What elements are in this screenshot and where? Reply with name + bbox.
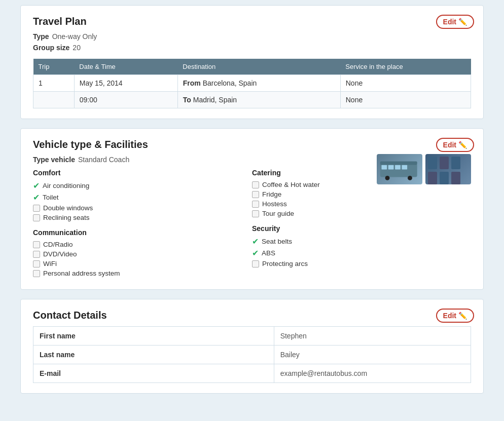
comfort-title: Comfort	[33, 169, 252, 177]
facility-label: Air conditioning	[43, 182, 89, 189]
field-value-firstname: Stephen	[274, 327, 471, 346]
type-value: One-way Only	[52, 32, 97, 41]
facility-label: Personal address system	[43, 270, 120, 277]
field-label-email: E-mail	[33, 364, 274, 383]
facility-label: CD/Radio	[43, 241, 73, 248]
facility-label: Reclining seats	[43, 214, 90, 221]
facility-air-conditioning: ✔ Air conditioning	[33, 181, 252, 190]
contact-edit-button[interactable]: Edit ✏️	[436, 309, 474, 323]
uncheck-icon	[33, 241, 40, 248]
facility-fridge: Fridge	[252, 190, 471, 198]
trip-number: 1	[33, 75, 75, 92]
vehicle-edit-label: Edit	[443, 141, 456, 149]
facility-label: Tour guide	[262, 210, 294, 217]
uncheck-icon	[252, 201, 259, 208]
col-trip: Trip	[33, 59, 75, 75]
pencil-icon-vehicle: ✏️	[458, 141, 467, 149]
svg-rect-4	[402, 165, 407, 170]
uncheck-icon	[252, 191, 259, 198]
facility-hostess: Hostess	[252, 200, 471, 208]
uncheck-icon	[252, 181, 259, 188]
uncheck-icon	[33, 205, 40, 212]
uncheck-icon	[252, 210, 259, 217]
seats-svg	[425, 154, 471, 184]
travel-plan-title: Travel Plan	[33, 16, 471, 27]
facility-toilet: ✔ Toilet	[33, 193, 252, 202]
trip-date: May 15, 2014	[74, 75, 177, 92]
trip-table-header-row: Trip Date & Time Destination Service in …	[33, 59, 471, 75]
travel-plan-edit-label: Edit	[443, 18, 456, 26]
trip-service-from: None	[340, 75, 471, 92]
facilities-grid: Comfort ✔ Air conditioning ✔ Toilet Doub…	[33, 169, 471, 279]
type-vehicle-label: Type vehicle	[33, 156, 75, 164]
uncheck-icon	[33, 214, 40, 221]
communication-title: Communication	[33, 228, 252, 237]
check-icon: ✔	[252, 237, 259, 246]
svg-point-5	[385, 176, 390, 180]
svg-rect-12	[440, 172, 449, 184]
uncheck-icon	[33, 260, 40, 267]
svg-rect-2	[388, 165, 394, 170]
type-vehicle-value: Standard Coach	[78, 156, 129, 164]
svg-rect-3	[395, 165, 401, 170]
facility-reclining-seats: Reclining seats	[33, 214, 252, 221]
table-row: 09:00 To Madrid, Spain None	[33, 92, 471, 108]
contact-table: First name Stephen Last name Bailey E-ma…	[33, 326, 471, 383]
pencil-icon-contact: ✏️	[458, 312, 467, 320]
field-value-lastname: Bailey	[274, 346, 471, 364]
vehicle-image-2	[425, 154, 471, 184]
trip-time: 09:00	[74, 92, 177, 108]
facility-label: Protecting arcs	[262, 260, 308, 267]
security-title: Security	[252, 224, 471, 233]
type-row: Type One-way Only	[33, 32, 471, 41]
contact-edit-label: Edit	[443, 312, 456, 320]
facility-wifi: WiFi	[33, 260, 252, 267]
field-label-firstname: First name	[33, 327, 274, 346]
vehicle-edit-button[interactable]: Edit ✏️	[436, 138, 474, 152]
trip-service-to: None	[340, 92, 471, 108]
facility-label: Coffee & Hot water	[262, 181, 320, 188]
trip-dest-to: To Madrid, Spain	[177, 92, 340, 108]
facility-label: Toilet	[43, 194, 59, 201]
facility-tour-guide: Tour guide	[252, 210, 471, 217]
facility-protecting-arcs: Protecting arcs	[252, 260, 471, 267]
facility-personal-address: Personal address system	[33, 270, 252, 277]
facility-label: Fridge	[262, 190, 281, 198]
group-size-label: Group size	[33, 44, 69, 52]
field-value-email: example@rentautobus.com	[274, 364, 471, 383]
check-icon: ✔	[252, 248, 259, 258]
facility-label: Double windows	[43, 204, 93, 212]
svg-point-6	[408, 176, 412, 180]
col-destination: Destination	[177, 59, 340, 75]
vehicle-title: Vehicle type & Facilities	[33, 139, 471, 150]
facility-label: DVD/Video	[43, 250, 77, 258]
facility-label: ABS	[262, 249, 275, 257]
svg-rect-10	[451, 157, 460, 169]
table-row: E-mail example@rentautobus.com	[33, 364, 471, 383]
travel-plan-edit-button[interactable]: Edit ✏️	[436, 15, 474, 29]
trip-dest-from: From Barcelona, Spain	[177, 75, 340, 92]
trip-number-empty	[33, 92, 75, 108]
svg-rect-1	[381, 165, 387, 170]
vehicle-images	[377, 154, 471, 184]
left-facility-col: Comfort ✔ Air conditioning ✔ Toilet Doub…	[33, 169, 252, 279]
table-row: First name Stephen	[33, 327, 471, 346]
pencil-icon: ✏️	[458, 18, 467, 26]
uncheck-icon	[33, 251, 40, 258]
table-row: 1 May 15, 2014 From Barcelona, Spain Non…	[33, 75, 471, 92]
bus-svg-1	[379, 157, 420, 182]
facility-cd-radio: CD/Radio	[33, 241, 252, 248]
vehicle-card: Vehicle type & Facilities Edit ✏️ Type v…	[20, 128, 484, 290]
vehicle-image-1	[377, 154, 422, 184]
table-row: Last name Bailey	[33, 346, 471, 364]
col-service: Service in the place	[340, 59, 471, 75]
page-wrapper: Travel Plan Edit ✏️ Type One-way Only Gr…	[0, 0, 504, 413]
right-facility-col: Catering Coffee & Hot water Fridge Hoste…	[252, 169, 471, 279]
type-label: Type	[33, 32, 49, 41]
field-label-lastname: Last name	[33, 346, 274, 364]
col-datetime: Date & Time	[74, 59, 177, 75]
svg-rect-11	[428, 172, 437, 184]
facility-abs: ✔ ABS	[252, 248, 471, 258]
check-icon: ✔	[33, 181, 40, 190]
trip-table: Trip Date & Time Destination Service in …	[33, 59, 471, 108]
